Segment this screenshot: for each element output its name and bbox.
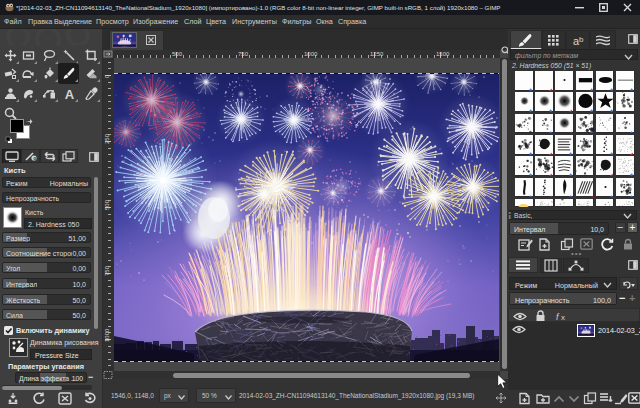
svg-text:f: f <box>556 312 560 322</box>
svg-text:1000: 1000 <box>104 328 110 342</box>
svg-text:750: 750 <box>238 51 249 57</box>
svg-text:500: 500 <box>172 51 183 57</box>
svg-text:x: x <box>561 313 565 322</box>
svg-text:1250: 1250 <box>370 51 384 57</box>
svg-text:750: 750 <box>104 265 110 276</box>
svg-text:500: 500 <box>104 199 110 210</box>
svg-text:o: o <box>33 155 36 161</box>
svg-text:0: 0 <box>104 74 110 78</box>
svg-text:1500: 1500 <box>436 51 450 57</box>
svg-text:b: b <box>579 35 584 44</box>
svg-text:1000: 1000 <box>304 51 318 57</box>
svg-text:A: A <box>65 87 75 100</box>
svg-text:250: 250 <box>104 133 110 144</box>
